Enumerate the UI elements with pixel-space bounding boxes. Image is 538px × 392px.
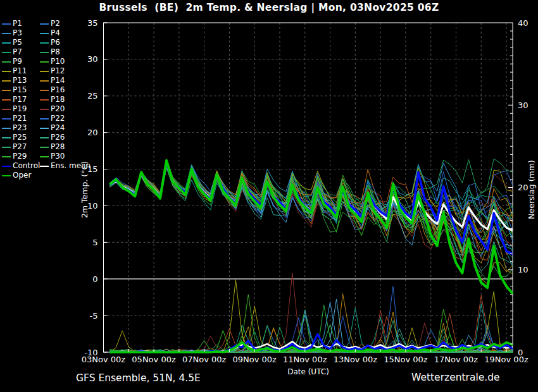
y-left-tick-label: 10	[87, 201, 98, 211]
y-left-tick-label: 25	[87, 91, 98, 101]
site-credit-label: Wetterzentrale.de	[411, 372, 500, 383]
x-tick-label: 07Nov 00z	[182, 355, 227, 364]
y-right-tick-label: 30	[518, 101, 529, 110]
y-left-tick-label: 30	[87, 54, 98, 64]
x-tick-label: 15Nov 00z	[384, 355, 428, 364]
member-precip-line-P1	[109, 286, 513, 352]
x-tick-label: 17Nov 00z	[434, 355, 479, 364]
wetterzentrale-ensemble-plot: Brussels (BE) 2m Temp. & Neerslag | Mon,…	[0, 0, 538, 392]
y-right-tick-label: 40	[518, 18, 529, 28]
y-left-tick-label: 20	[87, 128, 98, 137]
member-precip-line-P18	[109, 295, 513, 352]
x-tick-label: 05Nov 00z	[132, 355, 176, 364]
ensemble-chart-canvas: -10-50510152025303501020304003Nov 00z05N…	[0, 0, 538, 392]
y-left-tick-label: 5	[92, 238, 97, 247]
x-tick-label: 13Nov 00z	[334, 355, 378, 364]
member-precip-line-P14	[109, 293, 513, 352]
y-left-tick-label: 0	[92, 274, 97, 284]
x-tick-label: 19Nov 00z	[484, 355, 529, 364]
x-tick-label: 03Nov 00z	[82, 355, 126, 364]
y-left-tick-label: 35	[87, 18, 98, 28]
member-precip-line-P10	[109, 295, 513, 352]
model-info-label: GFS Ensemble, 51N, 4.5E	[76, 372, 201, 384]
y-right-tick-label: 10	[518, 265, 529, 274]
x-tick-label: 11Nov 00z	[283, 355, 327, 364]
y-right-tick-label: 20	[518, 183, 529, 192]
x-axis-title-text: Date (UTC)	[287, 367, 329, 376]
y-left-tick-label: -5	[90, 311, 98, 321]
x-tick-label: 09Nov 00z	[232, 355, 277, 364]
plot-border	[104, 23, 513, 352]
y-left-tick-label: 15	[87, 164, 98, 174]
